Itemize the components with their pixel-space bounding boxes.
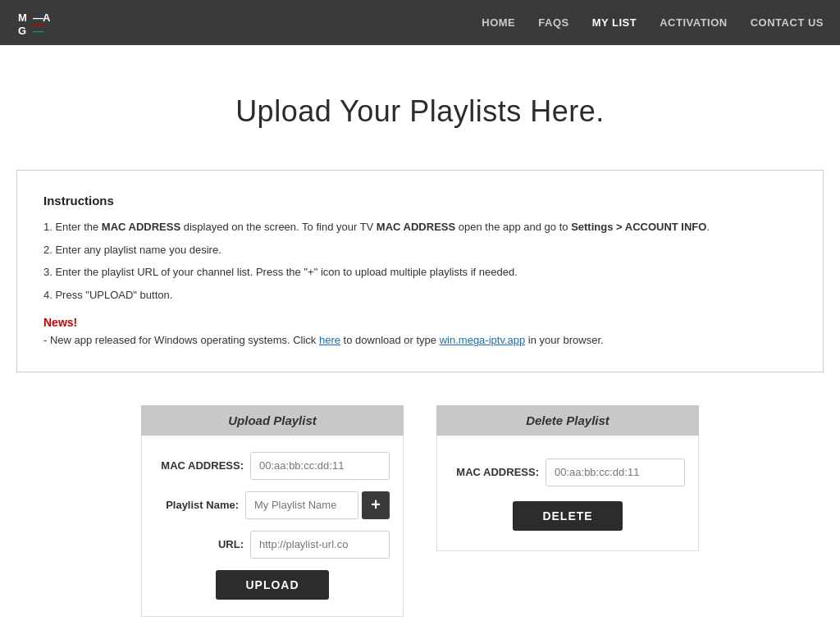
main-nav: HOME FAQS MY LIST ACTIVATION CONTACT US [482,16,824,29]
delete-form-header: Delete Playlist [436,405,699,436]
svg-text:G: G [18,25,26,37]
playlist-name-input[interactable] [245,491,358,519]
upload-mac-input[interactable] [250,452,390,480]
upload-form-header: Upload Playlist [141,405,404,436]
main-content: Upload Your Playlists Here. Instructions… [0,45,840,639]
page-title: Upload Your Playlists Here. [16,94,824,129]
mac-address-label: MAC ADDRESS: [161,459,244,472]
upload-form-card: Upload Playlist MAC ADDRESS: Playlist Na… [141,405,404,617]
add-playlist-button[interactable]: + [362,491,390,519]
instruction-line-1: 1. Enter the MAC ADDRESS displayed on th… [43,219,797,235]
delete-form-body: MAC ADDRESS: DELETE [436,436,699,551]
news-section: News! - New app released for Windows ope… [43,316,797,349]
nav-home[interactable]: HOME [482,16,515,29]
playlist-input-group: + [245,491,390,519]
page-title-section: Upload Your Playlists Here. [0,45,840,170]
header: M G — — — A HOME FAQS MY LIST ACTIVATION… [0,0,840,45]
mac-address-row: MAC ADDRESS: [155,452,390,480]
url-input[interactable] [250,531,390,559]
forms-section: Upload Playlist MAC ADDRESS: Playlist Na… [0,372,840,640]
news-link-here[interactable]: here [319,334,340,346]
svg-text:A: A [43,11,51,24]
nav-activation[interactable]: ACTIVATION [660,16,728,29]
svg-text:M: M [18,11,27,24]
instructions-title: Instructions [43,194,797,208]
instruction-line-2: 2. Enter any playlist name you desire. [43,242,797,258]
playlist-name-row: Playlist Name: + [155,491,390,519]
svg-text:—: — [33,25,43,37]
news-text: - New app released for Windows operating… [43,332,797,349]
nav-my-list[interactable]: MY LIST [592,16,637,29]
logo-icon: M G — — — A [16,7,56,39]
instruction-line-3: 3. Enter the playlist URL of your channe… [43,264,797,281]
playlist-name-label: Playlist Name: [166,499,239,511]
delete-mac-row: MAC ADDRESS: [450,459,685,486]
instruction-line-4: 4. Press "UPLOAD" button. [43,287,797,304]
nav-faqs[interactable]: FAQS [538,16,568,29]
delete-mac-label: MAC ADDRESS: [456,466,539,478]
upload-form-body: MAC ADDRESS: Playlist Name: + URL: UPLOA… [141,436,404,617]
nav-contact-us[interactable]: CONTACT US [751,16,824,29]
url-label: URL: [218,538,244,550]
url-row: URL: [155,531,390,559]
upload-button[interactable]: UPLOAD [216,570,328,600]
news-title: News! [43,316,797,329]
delete-button[interactable]: DELETE [513,501,622,531]
news-link-url[interactable]: win.mega-iptv.app [440,334,526,346]
delete-mac-input[interactable] [546,459,685,486]
delete-form-card: Delete Playlist MAC ADDRESS: DELETE [436,405,699,617]
instructions-box: Instructions 1. Enter the MAC ADDRESS di… [16,170,824,372]
logo: M G — — — A [16,7,56,39]
